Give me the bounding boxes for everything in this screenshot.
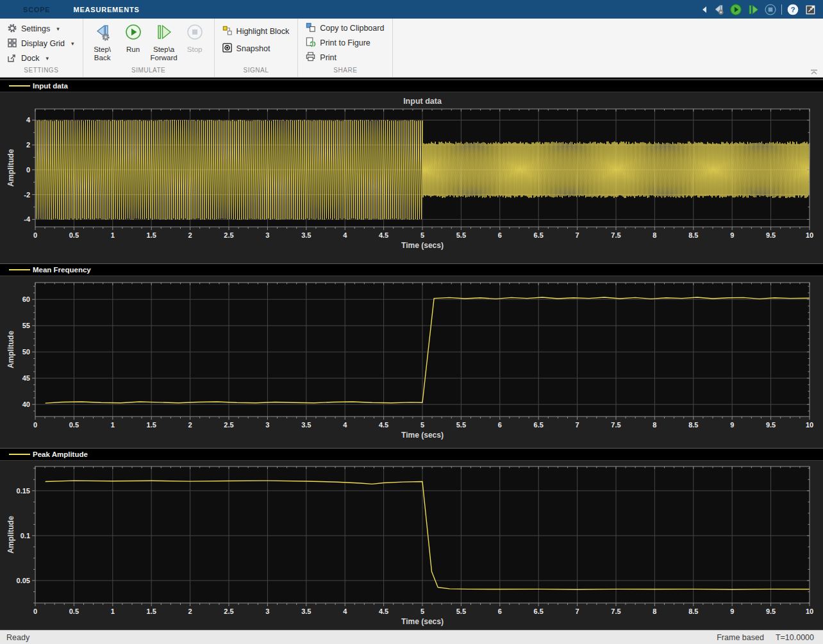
svg-text:8.5: 8.5: [688, 231, 698, 239]
svg-text:4.5: 4.5: [379, 231, 388, 239]
plot-input-data[interactable]: 00.511.522.533.544.555.566.577.588.599.5…: [0, 92, 823, 263]
print-figure-icon: [305, 37, 316, 49]
svg-text:6.5: 6.5: [534, 607, 544, 615]
svg-text:9: 9: [730, 421, 734, 429]
svg-text:2: 2: [188, 231, 192, 239]
svg-text:1.5: 1.5: [147, 607, 156, 615]
svg-text:8: 8: [653, 231, 656, 239]
scope-window: SCOPE MEASUREMENTS: [0, 0, 823, 644]
peak-amplitude-chart: 00.511.522.533.544.555.566.577.588.599.5…: [0, 461, 823, 629]
svg-text:3: 3: [265, 421, 269, 429]
legend-line-sample: [9, 269, 30, 270]
step-forward-icon: [154, 24, 174, 45]
legend-input-data[interactable]: Input data: [0, 79, 823, 92]
group-label-signal: SIGNAL: [215, 67, 298, 77]
ribbon-tab-bar: SCOPE MEASUREMENTS: [0, 0, 823, 19]
svg-text:2.5: 2.5: [224, 607, 233, 615]
legend-line-sample: [9, 85, 30, 87]
svg-text:1: 1: [111, 607, 115, 615]
snapshot-button[interactable]: Snapshot: [220, 42, 292, 56]
run-icon[interactable]: [729, 3, 742, 16]
svg-text:Time (secs): Time (secs): [401, 431, 444, 440]
plot-peak-amplitude[interactable]: 00.511.522.533.544.555.566.577.588.599.5…: [0, 461, 823, 632]
stop-button[interactable]: Stop: [181, 22, 209, 54]
status-ready: Ready: [0, 633, 29, 642]
step-back-button[interactable]: Step\ Back: [88, 22, 117, 62]
svg-text:4: 4: [343, 421, 347, 429]
gear-icon: [7, 23, 17, 35]
dock-icon[interactable]: [804, 3, 817, 16]
mean-frequency-chart: 00.511.522.533.544.555.566.577.588.599.5…: [0, 276, 823, 445]
legend-label: Input data: [33, 82, 68, 90]
status-sim-time: T=10.0000: [776, 633, 814, 642]
svg-text:Amplitude: Amplitude: [6, 516, 15, 554]
tab-measurements[interactable]: MEASUREMENTS: [62, 0, 151, 19]
svg-text:2: 2: [188, 607, 192, 615]
svg-text:4: 4: [343, 231, 347, 239]
dock-button[interactable]: Dock ▾: [5, 51, 76, 65]
snapshot-icon: [222, 42, 233, 55]
svg-text:60: 60: [22, 295, 30, 303]
svg-text:9: 9: [730, 231, 734, 239]
svg-text:?: ?: [790, 5, 795, 13]
snapshot-label: Snapshot: [237, 44, 270, 53]
svg-text:1: 1: [111, 231, 115, 239]
scope-display-area: Input data 00.511.522.533.544.555.566.57…: [0, 79, 823, 630]
highlight-block-button[interactable]: Highlight Block: [220, 24, 292, 38]
svg-text:4.5: 4.5: [379, 421, 388, 429]
run-icon: [124, 24, 142, 45]
quick-access-divider: [781, 4, 782, 15]
svg-text:6: 6: [498, 421, 502, 429]
svg-text:Amplitude: Amplitude: [6, 149, 15, 186]
step-back-icon[interactable]: [712, 3, 725, 16]
stop-icon[interactable]: [764, 3, 777, 16]
svg-text:8.5: 8.5: [688, 607, 698, 615]
tab-scope[interactable]: SCOPE: [12, 0, 62, 19]
svg-text:9.5: 9.5: [766, 421, 776, 429]
grid-icon: [7, 38, 17, 50]
svg-text:Time (secs): Time (secs): [401, 241, 444, 250]
copy-clipboard-button[interactable]: Copy to Clipboard: [303, 21, 386, 35]
chevron-down-icon: ▾: [71, 40, 74, 47]
status-frame-mode: Frame based: [717, 633, 764, 642]
svg-text:5.5: 5.5: [456, 607, 466, 615]
collapse-left-icon[interactable]: [701, 5, 708, 14]
quick-access-toolbar: ?: [701, 0, 823, 19]
display-grid-button[interactable]: Display Grid ▾: [5, 37, 76, 51]
copy-clipboard-icon: [305, 22, 316, 35]
svg-text:55: 55: [22, 322, 30, 329]
group-label-simulate: SIMULATE: [83, 67, 214, 77]
print-label: Print: [320, 53, 337, 62]
svg-text:6: 6: [498, 231, 502, 239]
help-icon[interactable]: ?: [786, 3, 799, 16]
svg-text:3.5: 3.5: [301, 607, 311, 615]
collapse-ribbon-button[interactable]: [809, 68, 819, 76]
legend-label: Mean Frequency: [33, 266, 91, 274]
copy-clipboard-label: Copy to Clipboard: [320, 24, 384, 33]
step-forward-icon[interactable]: [747, 3, 760, 16]
legend-mean-frequency[interactable]: Mean Frequency: [0, 263, 823, 276]
print-button[interactable]: Print: [303, 51, 386, 65]
group-settings: Settings ▾ Display Grid ▾: [0, 19, 83, 77]
print-figure-button[interactable]: Print to Figure: [303, 36, 386, 50]
plot-mean-frequency[interactable]: 00.511.522.533.544.555.566.577.588.599.5…: [0, 276, 823, 448]
legend-peak-amplitude[interactable]: Peak Amplitude: [0, 448, 823, 461]
svg-text:2.5: 2.5: [224, 231, 233, 239]
step-back-label-1: Step\: [94, 45, 111, 54]
svg-text:6.5: 6.5: [534, 421, 544, 429]
settings-button[interactable]: Settings ▾: [5, 22, 76, 36]
chevron-down-icon: ▾: [46, 55, 49, 62]
status-bar: Ready Frame based T=10.0000: [0, 630, 823, 644]
svg-text:2: 2: [26, 141, 30, 149]
svg-text:50: 50: [22, 348, 30, 356]
step-forward-label-1: Step\a: [153, 45, 174, 54]
svg-text:7.5: 7.5: [611, 421, 620, 429]
stop-label: Stop: [187, 45, 203, 54]
svg-text:5: 5: [420, 421, 424, 429]
svg-text:5.5: 5.5: [456, 231, 466, 239]
svg-text:7: 7: [576, 421, 579, 429]
svg-text:3.5: 3.5: [301, 421, 311, 429]
step-forward-button[interactable]: Step\a Forward: [150, 22, 178, 62]
svg-text:Amplitude: Amplitude: [6, 331, 15, 368]
run-button[interactable]: Run: [119, 22, 147, 54]
